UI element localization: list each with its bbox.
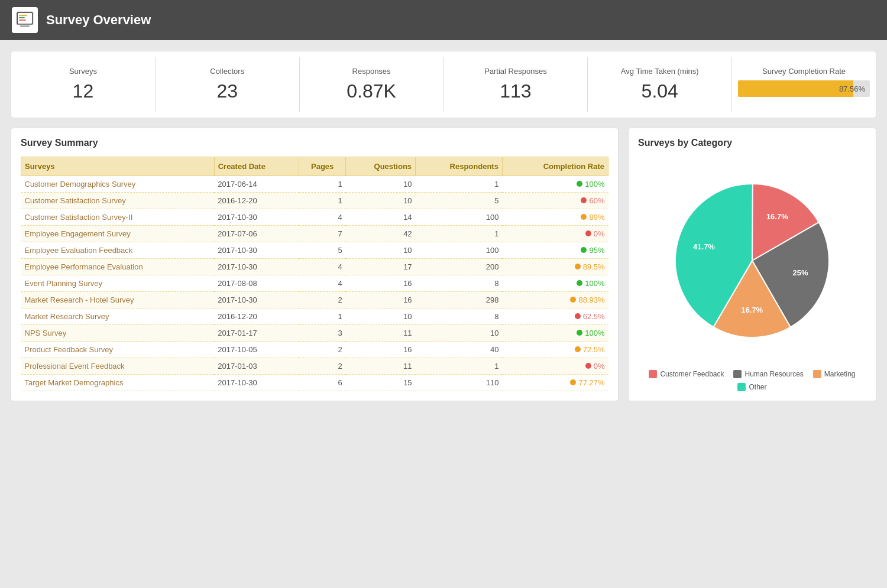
col-surveys: Surveys [21, 157, 215, 176]
svg-rect-2 [19, 15, 27, 16]
cell-questions: 10 [346, 193, 416, 209]
cell-questions: 10 [346, 308, 416, 325]
status-dot [577, 330, 582, 336]
surveys-value: 12 [17, 80, 149, 102]
completion-bar-text: 87.56% [839, 85, 865, 93]
cell-date: 2017-10-30 [214, 242, 299, 259]
table-row[interactable]: Market Research Survey 2016-12-20 1 10 8… [21, 308, 608, 325]
legend-label: Other [749, 383, 766, 391]
surveys-label: Surveys [17, 67, 149, 76]
cell-name: Employee Evaluation Feedback [21, 242, 215, 259]
cell-name: Market Research Survey [21, 308, 215, 325]
survey-table: Surveys Created Date Pages Questions Res… [21, 157, 608, 391]
cell-date: 2017-07-06 [214, 226, 299, 242]
pie-container: 16.7%25%16.7%41.7% [638, 157, 866, 364]
stat-partial: Partial Responses 113 [444, 57, 588, 112]
cell-date: 2017-10-05 [214, 342, 299, 358]
legend-item: Customer Feedback [649, 370, 724, 378]
app-logo [12, 7, 38, 33]
cell-name: Professional Event Feedback [21, 358, 215, 375]
cell-questions: 15 [346, 375, 416, 391]
cell-questions: 16 [346, 342, 416, 358]
stats-bar: Surveys 12 Collectors 23 Responses 0.87K… [11, 51, 876, 118]
responses-value: 0.87K [306, 80, 438, 102]
cell-respondents: 110 [416, 375, 503, 391]
pie-segment-label: 16.7% [766, 212, 788, 221]
cell-respondents: 200 [416, 259, 503, 275]
cell-rate: 100% [502, 325, 608, 342]
cell-pages: 1 [299, 308, 346, 325]
cell-rate: 77.27% [502, 375, 608, 391]
legend-swatch [649, 370, 657, 378]
col-questions: Questions [346, 157, 416, 176]
status-dot [570, 379, 576, 385]
table-row[interactable]: NPS Survey 2017-01-17 3 11 10 100% [21, 325, 608, 342]
cell-rate: 100% [502, 275, 608, 292]
status-dot [581, 214, 587, 220]
cell-questions: 14 [346, 209, 416, 226]
cell-questions: 42 [346, 226, 416, 242]
cell-pages: 2 [299, 292, 346, 308]
cell-name: Event Planning Survey [21, 275, 215, 292]
app-title: Survey Overview [46, 12, 151, 28]
table-row[interactable]: Customer Demographics Survey 2017-06-14 … [21, 176, 608, 193]
cell-pages: 4 [299, 275, 346, 292]
table-row[interactable]: Product Feedback Survey 2017-10-05 2 16 … [21, 342, 608, 358]
cell-rate: 62.5% [502, 308, 608, 325]
cell-name: Customer Satisfaction Survey [21, 193, 215, 209]
main-content: Surveys 12 Collectors 23 Responses 0.87K… [0, 40, 887, 412]
table-row[interactable]: Market Research - Hotel Survey 2017-10-3… [21, 292, 608, 308]
survey-summary-panel: Survey Summary Surveys Created Date Page… [11, 128, 619, 401]
pie-title: Surveys by Category [638, 138, 866, 148]
cell-respondents: 298 [416, 292, 503, 308]
status-dot [585, 230, 591, 236]
cell-rate: 88.93% [502, 292, 608, 308]
table-row[interactable]: Employee Engagement Survey 2017-07-06 7 … [21, 226, 608, 242]
cell-pages: 7 [299, 226, 346, 242]
cell-pages: 1 [299, 176, 346, 193]
collectors-value: 23 [161, 80, 293, 102]
table-row[interactable]: Employee Performance Evaluation 2017-10-… [21, 259, 608, 275]
completion-bar-wrapper: 87.56% [738, 80, 870, 97]
partial-label: Partial Responses [449, 67, 581, 76]
table-row[interactable]: Customer Satisfaction Survey-II 2017-10-… [21, 209, 608, 226]
legend-item: Human Resources [733, 370, 803, 378]
svg-rect-4 [19, 20, 26, 21]
table-row[interactable]: Customer Satisfaction Survey 2016-12-20 … [21, 193, 608, 209]
stat-avgtime: Avg Time Taken (mins) 5.04 [588, 57, 732, 112]
responses-label: Responses [306, 67, 438, 76]
status-dot [581, 247, 587, 253]
cell-rate: 100% [502, 176, 608, 193]
cell-questions: 16 [346, 275, 416, 292]
cell-rate: 89.5% [502, 259, 608, 275]
completion-bar-bg: 87.56% [738, 80, 870, 97]
completion-label: Survey Completion Rate [738, 67, 870, 76]
col-pages: Pages [299, 157, 346, 176]
status-dot [575, 313, 581, 319]
cell-name: Employee Engagement Survey [21, 226, 215, 242]
legend-swatch [813, 370, 821, 378]
cell-date: 2016-12-20 [214, 193, 299, 209]
table-row[interactable]: Event Planning Survey 2017-08-08 4 16 8 … [21, 275, 608, 292]
cell-date: 2017-10-30 [214, 209, 299, 226]
pie-svg: 16.7%25%16.7%41.7% [663, 172, 841, 349]
cell-pages: 4 [299, 209, 346, 226]
bottom-row: Survey Summary Surveys Created Date Page… [11, 128, 876, 401]
avgtime-label: Avg Time Taken (mins) [594, 67, 726, 76]
legend-swatch [733, 370, 742, 378]
table-row[interactable]: Professional Event Feedback 2017-01-03 2… [21, 358, 608, 375]
table-row[interactable]: Target Market Demographics 2017-10-30 6 … [21, 375, 608, 391]
completion-bar-fill [738, 80, 853, 97]
pie-panel: Surveys by Category 16.7%25%16.7%41.7% C… [628, 128, 876, 401]
cell-pages: 6 [299, 375, 346, 391]
cell-questions: 11 [346, 325, 416, 342]
cell-pages: 1 [299, 193, 346, 209]
table-row[interactable]: Employee Evaluation Feedback 2017-10-30 … [21, 242, 608, 259]
cell-pages: 2 [299, 342, 346, 358]
cell-date: 2016-12-20 [214, 308, 299, 325]
cell-date: 2017-01-03 [214, 358, 299, 375]
cell-rate: 60% [502, 193, 608, 209]
cell-name: Market Research - Hotel Survey [21, 292, 215, 308]
partial-value: 113 [449, 80, 581, 102]
pie-segment-label: 41.7% [693, 242, 715, 251]
